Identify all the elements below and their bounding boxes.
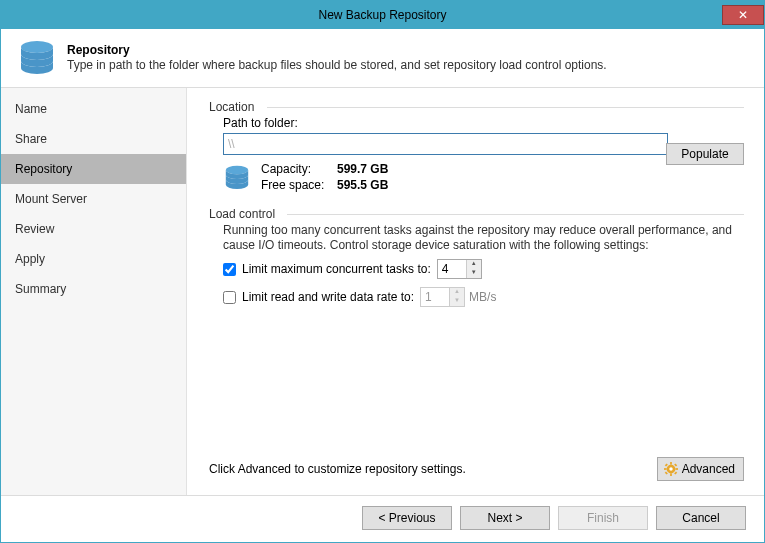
load-control-description: Running too many concurrent tasks agains…: [223, 223, 744, 253]
load-control-group: Load control Running too many concurrent…: [209, 207, 744, 315]
svg-rect-10: [664, 472, 667, 475]
limit-rate-unit: MB/s: [469, 290, 496, 304]
page-title: Repository: [67, 43, 752, 57]
capacity-row: Capacity: 599.7 GB Free space: 595.5 GB: [223, 161, 744, 193]
sidebar-item-apply[interactable]: Apply: [1, 244, 186, 274]
close-icon: ✕: [738, 9, 748, 21]
chevron-down-icon[interactable]: ▼: [467, 269, 481, 278]
dialog-window: New Backup Repository ✕ Repository Type …: [0, 0, 765, 543]
gear-icon: [664, 462, 678, 476]
close-button[interactable]: ✕: [722, 5, 764, 25]
svg-rect-7: [664, 463, 667, 466]
svg-rect-3: [670, 462, 672, 465]
repository-icon: [17, 37, 57, 77]
previous-button[interactable]: < Previous: [362, 506, 452, 530]
path-input[interactable]: [223, 133, 668, 155]
sidebar-item-review[interactable]: Review: [1, 214, 186, 244]
path-label: Path to folder:: [223, 116, 744, 130]
advanced-button[interactable]: Advanced: [657, 457, 744, 481]
sidebar-item-summary[interactable]: Summary: [1, 274, 186, 304]
header: Repository Type in path to the folder wh…: [1, 29, 764, 88]
load-control-legend: Load control: [209, 207, 744, 221]
capacity-label: Capacity:: [261, 161, 337, 177]
sidebar-item-name[interactable]: Name: [1, 94, 186, 124]
next-button[interactable]: Next >: [460, 506, 550, 530]
location-group: Location Path to folder: Capa: [209, 100, 744, 193]
limit-tasks-label: Limit maximum concurrent tasks to:: [242, 262, 431, 276]
content-panel: Location Path to folder: Capa: [187, 88, 764, 495]
titlebar: New Backup Repository ✕: [1, 1, 764, 29]
svg-point-0: [21, 41, 53, 53]
sidebar: Name Share Repository Mount Server Revie…: [1, 88, 187, 495]
limit-rate-value: [421, 288, 449, 306]
sidebar-item-share[interactable]: Share: [1, 124, 186, 154]
svg-rect-8: [674, 472, 677, 475]
cancel-button[interactable]: Cancel: [656, 506, 746, 530]
limit-tasks-row: Limit maximum concurrent tasks to: ▲ ▼: [223, 259, 744, 279]
limit-tasks-checkbox[interactable]: [223, 263, 236, 276]
window-title: New Backup Repository: [318, 8, 446, 22]
drive-icon: [223, 163, 251, 191]
chevron-down-icon: ▼: [450, 297, 464, 306]
svg-rect-5: [664, 468, 667, 470]
location-legend: Location: [209, 100, 744, 114]
sidebar-item-repository[interactable]: Repository: [1, 154, 186, 184]
free-space-label: Free space:: [261, 177, 337, 193]
limit-rate-label: Limit read and write data rate to:: [242, 290, 414, 304]
limit-rate-spinner: ▲ ▼: [420, 287, 465, 307]
capacity-value: 599.7 GB: [337, 161, 388, 177]
limit-rate-checkbox[interactable]: [223, 291, 236, 304]
page-description: Type in path to the folder where backup …: [67, 58, 752, 72]
chevron-up-icon: ▲: [450, 288, 464, 297]
advanced-button-label: Advanced: [682, 462, 735, 476]
svg-rect-9: [674, 463, 677, 466]
advanced-row: Click Advanced to customize repository s…: [209, 457, 744, 495]
svg-rect-4: [670, 473, 672, 476]
sidebar-item-mount-server[interactable]: Mount Server: [1, 184, 186, 214]
finish-button: Finish: [558, 506, 648, 530]
free-space-value: 595.5 GB: [337, 177, 388, 193]
svg-rect-6: [675, 468, 678, 470]
svg-point-1: [226, 166, 248, 174]
body: Name Share Repository Mount Server Revie…: [1, 88, 764, 495]
limit-rate-row: Limit read and write data rate to: ▲ ▼ M…: [223, 287, 744, 307]
limit-tasks-spinner[interactable]: ▲ ▼: [437, 259, 482, 279]
svg-point-11: [669, 467, 673, 471]
limit-tasks-value[interactable]: [438, 260, 466, 278]
populate-button[interactable]: Populate: [666, 143, 744, 165]
advanced-hint: Click Advanced to customize repository s…: [209, 462, 466, 476]
footer: < Previous Next > Finish Cancel: [1, 495, 764, 542]
chevron-up-icon[interactable]: ▲: [467, 260, 481, 269]
